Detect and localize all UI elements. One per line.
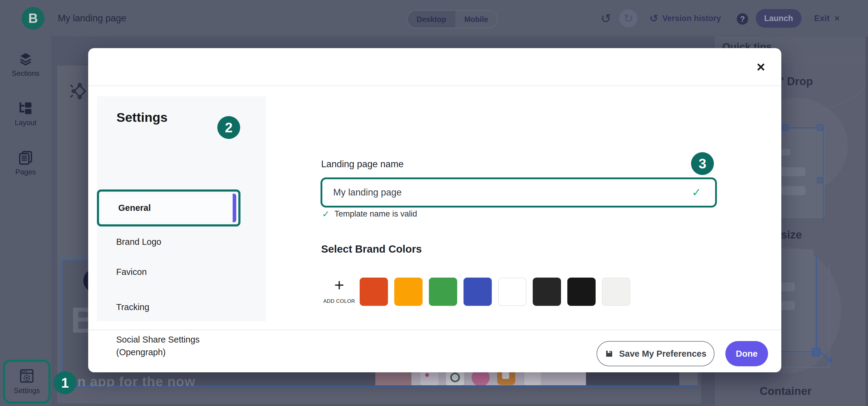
input-value: My landing page	[333, 187, 402, 198]
history-clock-icon: ↺	[650, 12, 658, 24]
save-label: Save My Preferences	[619, 349, 706, 359]
nav-item-social-share[interactable]: Social Share Settings (Opengraph)	[116, 333, 199, 359]
brand-logo: B	[22, 7, 44, 30]
brand-color-swatch[interactable]	[567, 278, 596, 306]
canvas-logo-icon	[69, 80, 90, 102]
save-preferences-button[interactable]: Save My Preferences	[596, 341, 714, 366]
nav-item-tracking[interactable]: Tracking	[116, 302, 149, 312]
device-toggle: Desktop Mobile	[407, 10, 498, 28]
canvas-next-section	[57, 387, 701, 404]
modal-close-button[interactable]: ×	[752, 58, 769, 75]
brand-logo-letter: B	[28, 11, 38, 26]
launch-button[interactable]: Launch	[756, 9, 802, 28]
sidebar-item-settings[interactable]: Settings	[3, 368, 51, 395]
undo-button[interactable]: ↺	[598, 0, 613, 37]
modal-title: Settings	[117, 110, 168, 125]
brand-color-swatch[interactable]	[394, 278, 423, 306]
nav-item-favicon[interactable]: Favicon	[116, 267, 147, 277]
brand-color-swatch[interactable]	[360, 278, 388, 306]
selection-handle	[817, 124, 824, 131]
add-color-label: ADD COLOR	[320, 298, 359, 304]
layout-tree-icon	[18, 100, 33, 116]
active-indicator-bar	[232, 194, 236, 222]
nav-item-brand-logo[interactable]: Brand Logo	[116, 237, 161, 247]
nav-item-general-selected[interactable]: General	[101, 194, 236, 222]
top-bar: B My landing page Desktop Mobile ↺ ↻ ↺ V…	[0, 0, 868, 37]
modal-footer-divider	[88, 330, 781, 330]
tutorial-badge-2: 2	[217, 116, 240, 139]
sidebar-item-label: Sections	[12, 69, 39, 77]
brand-color-swatch[interactable]	[464, 278, 492, 306]
sidebar-item-layout[interactable]: Layout	[0, 100, 51, 127]
landing-page-name-label: Landing page name	[321, 159, 404, 170]
left-sidebar: Sections Layout Pages	[0, 37, 51, 406]
selection-line	[823, 127, 824, 224]
tutorial-highlight-name-input: My landing page ✓	[320, 177, 717, 207]
modal-nav-panel: Settings General Brand Logo Favicon Trac…	[97, 96, 266, 321]
layers-icon	[18, 51, 33, 67]
mobile-toggle-button[interactable]: Mobile	[455, 11, 497, 28]
exit-button[interactable]: Exit ×	[814, 0, 840, 37]
done-button[interactable]: Done	[725, 341, 768, 366]
check-icon: ✓	[322, 209, 330, 219]
save-icon	[604, 349, 614, 358]
pages-icon	[18, 150, 33, 165]
version-history-button[interactable]: ↺ Version history	[650, 0, 721, 37]
validation-message: Template name is valid	[334, 209, 417, 218]
landing-page-name-input[interactable]: My landing page ✓	[324, 181, 713, 204]
brand-color-swatch[interactable]	[602, 278, 630, 306]
app-root: B My landing page Desktop Mobile ↺ ↻ ↺ V…	[0, 0, 868, 406]
tip-container-title: Container	[760, 385, 812, 398]
resize-guide-dashed	[829, 264, 830, 368]
valid-check-icon: ✓	[692, 186, 701, 199]
exit-label: Exit	[814, 13, 830, 23]
resize-line	[816, 254, 817, 352]
sidebar-item-sections[interactable]: Sections	[0, 51, 51, 77]
brand-color-swatch[interactable]	[533, 278, 561, 306]
desktop-toggle-button[interactable]: Desktop	[407, 11, 455, 28]
validation-message-row: ✓ Template name is valid	[322, 209, 417, 219]
help-icon[interactable]: ?	[737, 13, 748, 25]
brand-color-swatch[interactable]	[498, 278, 526, 306]
panel-scrollbar[interactable]	[866, 37, 868, 406]
tutorial-badge-1: 1	[54, 371, 76, 394]
plus-icon: +	[320, 276, 359, 294]
nav-item-label: Social Share Settings	[116, 333, 199, 346]
sidebar-item-label: Layout	[15, 119, 36, 127]
tutorial-highlight-general: General	[97, 190, 241, 227]
brand-color-swatches	[360, 278, 630, 306]
exit-close-icon[interactable]: ×	[834, 13, 840, 24]
modal-header-divider	[88, 86, 781, 86]
brand-colors-title: Select Brand Colors	[321, 243, 422, 255]
resize-guide-dashed	[782, 367, 830, 368]
redo-button[interactable]: ↻	[619, 9, 638, 27]
sidebar-item-label: Pages	[16, 168, 36, 176]
nav-item-label: (Opengraph)	[116, 346, 199, 359]
tutorial-highlight-settings: Settings	[3, 360, 51, 404]
sidebar-item-pages[interactable]: Pages	[0, 150, 51, 176]
page-title: My landing page	[58, 0, 126, 37]
version-history-label: Version history	[662, 14, 721, 23]
add-color-button[interactable]: + ADD COLOR	[320, 276, 359, 304]
settings-modal: × Settings General Brand Logo Favicon Tr…	[88, 48, 781, 372]
settings-window-icon	[19, 368, 35, 384]
selection-handle	[782, 124, 789, 131]
sidebar-item-label: Settings	[14, 386, 40, 395]
brand-color-swatch[interactable]	[429, 278, 457, 306]
nav-item-label: General	[118, 194, 151, 222]
tutorial-badge-3: 3	[691, 152, 714, 175]
resize-handle	[812, 348, 820, 357]
selection-handle	[817, 177, 824, 183]
